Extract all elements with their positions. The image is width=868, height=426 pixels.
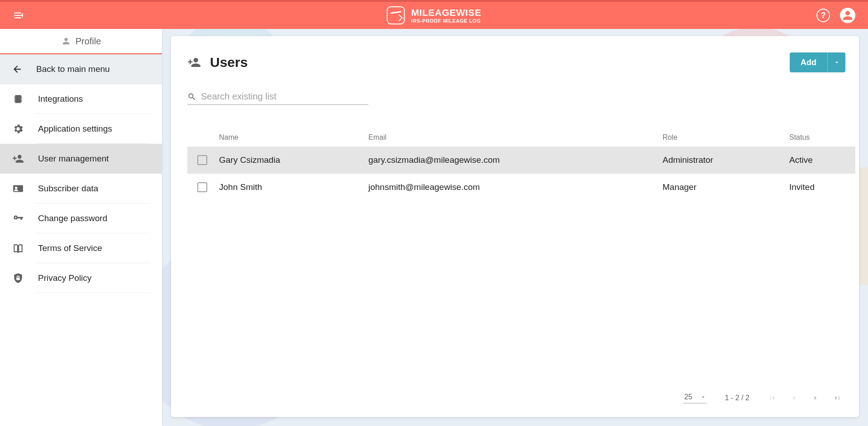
person-add-icon (12, 152, 24, 165)
cell-name: Gary Csizmadia (219, 155, 368, 165)
chip-icon (12, 93, 24, 105)
page-range: 1 - 2 / 2 (725, 394, 749, 402)
shield-icon (12, 272, 24, 284)
brand-logo-icon (387, 6, 405, 24)
sidebar-item-label: Change password (38, 213, 107, 223)
table-header-row: Name Email Role Status (187, 128, 855, 147)
sidebar-item-terms-of-service[interactable]: Terms of Service (0, 233, 162, 263)
gear-icon (12, 123, 24, 135)
back-to-main-menu[interactable]: Back to main menu (0, 54, 162, 84)
sidebar-header: Profile (0, 29, 162, 54)
sidebar-item-label: Terms of Service (38, 243, 102, 253)
page-size-value: 25 (684, 393, 692, 401)
brand-subtitle: IRS-PROOF MILEAGE LOG (411, 19, 482, 24)
cell-name: John Smith (219, 182, 368, 192)
arrow-back-icon (12, 64, 23, 75)
add-dropdown-button[interactable] (827, 52, 845, 72)
row-checkbox[interactable] (197, 182, 207, 192)
cell-email: johnsmith@mileagewise.com (368, 182, 663, 192)
cell-role: Manager (663, 182, 789, 192)
sidebar-item-change-password[interactable]: Change password (0, 204, 162, 233)
first-page-button[interactable] (768, 393, 777, 402)
page-title: Users (210, 55, 248, 70)
col-name: Name (219, 133, 368, 142)
menu-collapse-icon[interactable] (13, 9, 24, 21)
page-header: Users Add (187, 52, 855, 72)
sidebar-item-label: Subscriber data (38, 184, 98, 194)
brand-title: MILEAGEWISE (411, 8, 482, 17)
dropdown-caret-icon (701, 394, 706, 400)
table-row[interactable]: Gary Csizmadia gary.csizmadia@mileagewis… (187, 147, 855, 174)
pagination-bar: 25 1 - 2 / 2 (187, 382, 855, 413)
next-page-button[interactable] (811, 393, 820, 402)
search-input[interactable] (201, 91, 368, 102)
sidebar-header-label: Profile (76, 36, 101, 47)
brand-logo-block: MILEAGEWISE IRS-PROOF MILEAGE LOG (387, 6, 482, 24)
sidebar-item-privacy-policy[interactable]: Privacy Policy (0, 263, 162, 293)
sidebar-item-integrations[interactable]: Integrations (0, 84, 162, 114)
sidebar-item-application-settings[interactable]: Application settings (0, 114, 162, 144)
id-card-icon (12, 182, 24, 195)
chevron-down-icon (833, 59, 840, 66)
person-add-icon (187, 56, 201, 69)
sidebar: Profile Back to main menu Integrations A… (0, 29, 162, 426)
row-checkbox[interactable] (197, 155, 207, 165)
table-row[interactable]: John Smith johnsmith@mileagewise.com Man… (187, 174, 855, 201)
top-bar: MILEAGEWISE IRS-PROOF MILEAGE LOG ? (0, 0, 868, 29)
add-button[interactable]: Add (790, 52, 827, 72)
account-avatar-icon[interactable] (840, 8, 855, 23)
help-icon[interactable]: ? (816, 9, 830, 22)
sidebar-item-subscriber-data[interactable]: Subscriber data (0, 174, 162, 204)
key-icon (12, 212, 24, 225)
prev-page-button[interactable] (789, 393, 798, 402)
cell-role: Administrator (663, 155, 789, 165)
book-icon (12, 242, 24, 255)
sidebar-menu: Integrations Application settings User m… (0, 84, 162, 293)
sidebar-item-label: Application settings (38, 124, 112, 134)
cell-email: gary.csizmadia@mileagewise.com (368, 155, 663, 165)
col-email: Email (368, 133, 663, 142)
sidebar-item-label: Privacy Policy (38, 273, 91, 283)
col-role: Role (663, 133, 789, 142)
page-size-select[interactable]: 25 (683, 392, 707, 403)
main-panel: Users Add Name Email Role Status Gary Cs… (171, 36, 859, 417)
cell-status: Invited (789, 182, 855, 192)
search-field-wrap (187, 90, 368, 105)
col-status: Status (789, 133, 855, 142)
search-icon (187, 92, 196, 101)
back-label: Back to main menu (36, 64, 110, 74)
sidebar-item-label: Integrations (38, 94, 83, 104)
users-table: Name Email Role Status Gary Csizmadia ga… (187, 128, 855, 382)
last-page-button[interactable] (833, 393, 842, 402)
cell-status: Active (789, 155, 855, 165)
pager-nav (768, 393, 842, 402)
add-button-group: Add (790, 52, 845, 72)
sidebar-item-user-management[interactable]: User management (0, 144, 162, 174)
person-icon (61, 36, 71, 46)
sidebar-item-label: User management (38, 154, 109, 164)
